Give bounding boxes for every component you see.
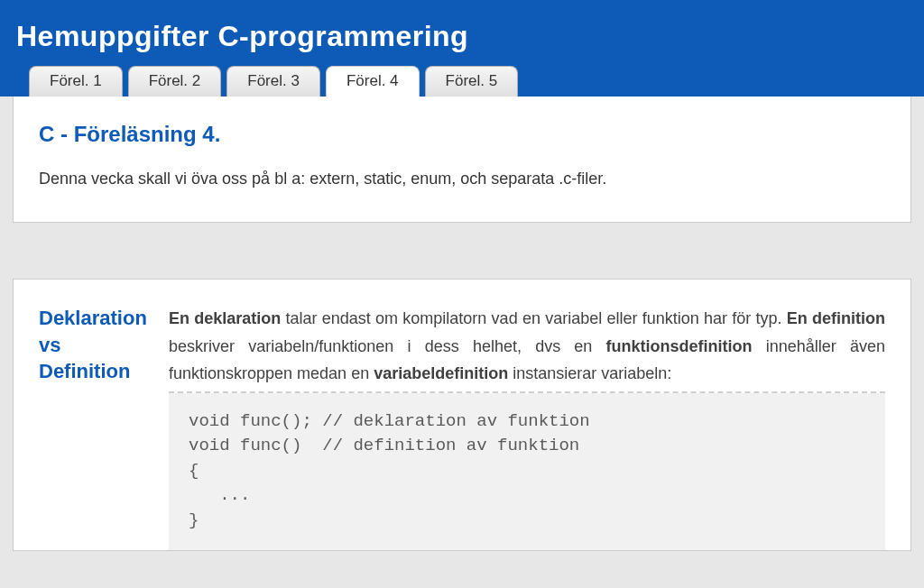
tabs-bar: Förel. 1 Förel. 2 Förel. 3 Förel. 4 Före… (16, 66, 908, 96)
tab-forel-5[interactable]: Förel. 5 (425, 66, 519, 96)
section-paragraph: En deklaration talar endast om kompilato… (169, 305, 885, 393)
tab-forel-4[interactable]: Förel. 4 (326, 66, 420, 96)
text-run: beskriver variabeln/funktionen i dess he… (169, 337, 606, 355)
page-header: Hemuppgifter C-programmering Förel. 1 Fö… (0, 0, 924, 96)
code-block: void func(); // deklaration av funktion … (169, 393, 885, 550)
section-body: En deklaration talar endast om kompilato… (169, 305, 885, 550)
tab-forel-3[interactable]: Förel. 3 (226, 66, 320, 96)
intro-text: Denna vecka skall vi öva oss på bl a: ex… (39, 167, 885, 191)
section-title: Deklara­tion vs Definition (39, 305, 156, 385)
bold-declaration: En deklaration (169, 309, 281, 327)
page-title: Hemuppgifter C-programmering (16, 20, 908, 53)
section-title-col: Deklara­tion vs Definition (39, 305, 156, 550)
text-run: instansierar variabeln: (508, 364, 671, 382)
bold-definition: En definition (787, 309, 885, 327)
bold-vardef: variabeldefinition (374, 364, 508, 382)
intro-panel: C - Föreläsning 4. Denna vecka skall vi … (13, 96, 911, 223)
text-run: talar endast om kompilatorn vad en varia… (281, 309, 786, 327)
bold-funcdef: funktionsdefinition (606, 337, 753, 355)
tab-forel-1[interactable]: Förel. 1 (29, 66, 123, 96)
article-panel: Deklara­tion vs Definition En deklaratio… (13, 279, 911, 551)
intro-heading: C - Föreläsning 4. (39, 122, 885, 147)
tab-forel-2[interactable]: Förel. 2 (128, 66, 222, 96)
